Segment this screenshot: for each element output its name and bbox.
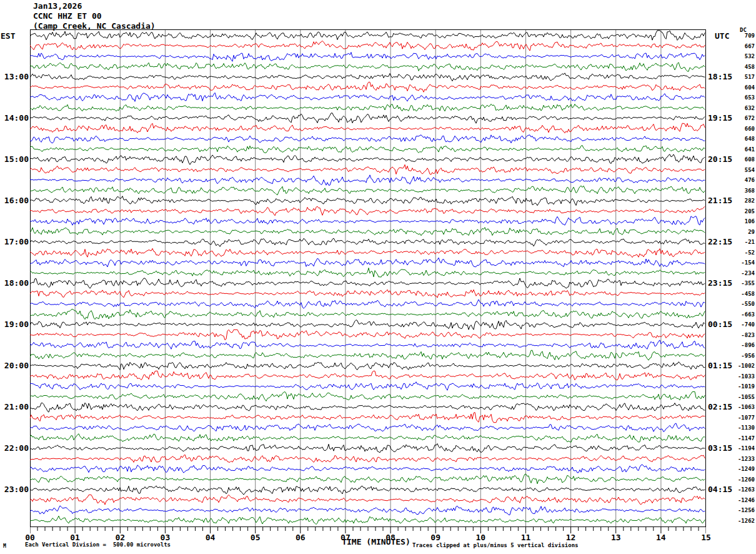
dc-value: 458 [724,64,755,70]
trace-row [30,104,705,111]
trace-row [30,248,705,257]
trace-row [30,268,705,278]
x-axis-label: 09 [423,533,448,542]
trace-row [30,516,705,525]
trace-row [30,53,705,62]
trace-row [30,73,705,81]
dc-value: 709 [724,33,755,39]
trace-row [30,258,705,267]
trace-row [30,465,705,473]
x-axis-label: 12 [559,533,584,542]
dc-value: -1002 [724,363,755,369]
trace-row [30,391,705,401]
trace-row [30,164,705,174]
trace-row [30,320,705,330]
x-axis-label: 14 [649,533,674,542]
clipping-note: Traces clipped at plus/minus 5 vertical … [412,542,579,548]
dc-value: -1077 [724,415,755,421]
trace-row [30,362,705,370]
dc-value: 632 [724,105,755,111]
trace-row [30,228,705,236]
dc-value: 282 [724,198,755,204]
dc-value: -896 [724,342,755,348]
plot-frame [31,30,706,527]
dc-value: 29 [724,229,755,235]
trace-row [30,206,705,216]
trace-row [30,412,705,422]
dc-value: 205 [724,208,755,214]
trace-row [30,175,705,185]
dc-value: 368 [724,188,755,194]
est-hour-label: 22:00 [0,444,29,453]
dc-value: -1055 [724,394,755,400]
vertical-scale-note: Each Vertical Division = 500.00 microvol… [25,541,171,548]
trace-row [30,113,705,123]
left-axis-title: EST [1,31,15,41]
dc-value: -1256 [724,507,755,513]
x-axis-label: 00 [17,533,42,542]
trace-row [30,154,705,164]
trace-row [30,135,705,143]
dc-value: 517 [724,74,755,80]
dc-value: 660 [724,126,755,132]
x-axis-label: 13 [604,533,629,542]
dc-value: -1246 [724,497,755,503]
dc-value: -1249 [724,466,755,472]
est-hour-label: 17:00 [0,238,29,246]
dc-value: -823 [724,332,755,338]
dc-value: 672 [724,115,755,121]
trace-row [30,309,705,319]
trace-row [30,495,705,505]
trace-row [30,350,705,360]
trace-row [30,444,705,453]
dc-value: -21 [724,239,755,245]
dc-value: -956 [724,353,755,359]
header-station-code: CCNC HHZ ET 00 [33,11,102,21]
dc-value: -1130 [724,425,755,431]
dc-value: -234 [724,270,755,276]
trace-row [30,382,705,391]
trace-row [30,31,705,41]
x-axis-label: 01 [62,533,87,542]
trace-row [30,146,705,153]
webicorder-page: Jan13,2026 CCNC HHZ ET 00 (Camp Creek, N… [0,0,756,554]
x-axis-title: TIME (MINUTES) [337,537,415,546]
dc-value: -550 [724,301,755,307]
trace-row [30,93,705,101]
trace-row [30,196,705,206]
dc-value: 532 [724,53,755,59]
trace-row [30,486,705,495]
dc-value: -1033 [724,373,755,380]
est-hour-label: 14:00 [0,114,29,123]
dc-value: 604 [724,84,755,91]
dc-value: -458 [724,291,755,297]
trace-row [30,82,705,92]
est-hour-label: 21:00 [0,403,29,411]
dc-value: -1147 [724,435,755,441]
trace-row [30,474,705,483]
dc-value: 667 [724,43,755,49]
est-hour-label: 15:00 [0,155,29,164]
trace-row [30,340,705,350]
est-hour-label: 18:00 [0,279,29,288]
dc-value: 648 [724,136,755,142]
dc-value: 608 [724,156,755,163]
trace-row [30,371,705,380]
trace-row [30,290,705,298]
dc-value: -52 [724,249,755,256]
trace-row [30,123,705,133]
x-axis-label: 02 [107,533,132,542]
dc-value: 554 [724,167,755,173]
trace-row [30,455,705,462]
seismogram-plot [30,29,706,537]
dc-value: -1260 [724,476,755,483]
header-date: Jan13,2026 [33,1,82,11]
x-axis-label: 06 [288,533,313,542]
dc-value: -154 [724,259,755,266]
est-hour-label: 23:00 [0,485,29,494]
dc-value: -663 [724,311,755,318]
trace-row [30,186,705,195]
dc-value: -1063 [724,404,755,410]
trace-row [30,403,705,412]
trace-row [30,41,705,51]
